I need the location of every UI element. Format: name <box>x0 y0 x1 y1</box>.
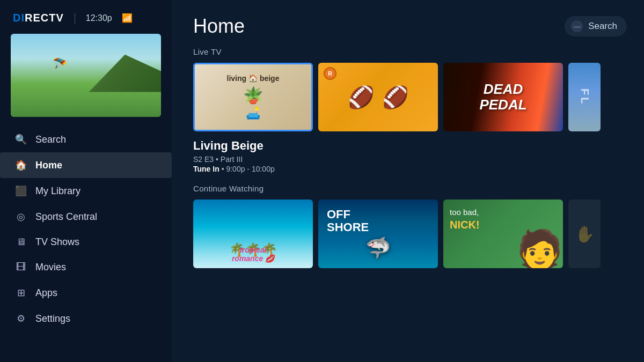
logo: DIRECTV <box>13 12 64 24</box>
live-tv-label: Live TV <box>193 47 627 56</box>
cw-card-too-bad-nick[interactable]: too bad, NICK! 🧑 <box>443 200 563 268</box>
settings-icon: ⚙ <box>15 313 27 324</box>
sidebar-item-tv-shows-label: TV Shows <box>35 237 79 248</box>
live-tv-card-dead-pedal[interactable]: DEAD PEDAL <box>443 63 563 131</box>
living-beige-title: living 🏠 beige <box>227 74 280 83</box>
show-info: Living Beige S2 E3 • Part III Tune In • … <box>193 139 627 173</box>
tv-icon: 🖥 <box>15 237 27 248</box>
sidebar-item-search-label: Search <box>35 134 66 145</box>
search-button-label: Search <box>588 21 617 32</box>
sidebar-item-my-library-label: My Library <box>35 186 80 197</box>
cw-card-off-shore[interactable]: OFF SHORE 🦈 <box>318 200 438 268</box>
sofa-icon: 🛋️ <box>246 107 260 121</box>
sports-icon: ◎ <box>15 211 27 223</box>
sidebar-item-tv-shows[interactable]: 🖥 TV Shows <box>0 230 172 255</box>
sidebar-item-home[interactable]: 🏠 Home <box>0 152 172 178</box>
wifi-icon: 📶 <box>122 13 133 23</box>
dead-pedal-title: DEAD PEDAL <box>479 82 526 112</box>
football-icon-2: 🏈 <box>382 85 409 110</box>
plant-icon: 🪴 <box>243 86 263 105</box>
tune-in-time-value: 9:00p - 10:00p <box>226 165 274 173</box>
current-time: 12:30p <box>86 13 112 23</box>
sidebar-header: DIRECTV 12:30p 📶 <box>0 0 172 34</box>
search-button[interactable]: — Search <box>565 16 627 36</box>
home-icon: 🏠 <box>15 159 27 171</box>
live-tv-card-partial[interactable]: FL <box>568 63 601 131</box>
sidebar-item-settings[interactable]: ⚙ Settings <box>0 306 172 331</box>
sidebar-item-search[interactable]: 🔍 Search <box>0 127 172 152</box>
sidebar: DIRECTV 12:30p 📶 🪂 🔍 Search 🏠 Home ⬛ My … <box>0 0 172 362</box>
search-button-icon: — <box>571 20 583 32</box>
continue-watching-label: Continue Watching <box>193 184 627 193</box>
continue-watching-cards: 🌴🌴🌴 tropical romance 💋 OFF SHORE 🦈 too b… <box>193 200 627 268</box>
skydiver-icon: 🪂 <box>53 57 67 71</box>
live-tv-cards: living 🏠 beige 🪴 🛋️ R 🏈 🏈 DEAD PEDAL <box>193 63 627 131</box>
sidebar-item-sports-central[interactable]: ◎ Sports Central <box>0 204 172 230</box>
rating-badge: R <box>324 67 336 80</box>
partial-card-text: FL <box>579 88 591 106</box>
sidebar-item-movies[interactable]: 🎞 Movies <box>0 255 172 280</box>
hand-icon: ✋ <box>575 225 595 243</box>
sidebar-item-apps-label: Apps <box>35 287 57 299</box>
sidebar-item-apps[interactable]: ⊞ Apps <box>0 280 172 306</box>
apps-icon: ⊞ <box>15 287 27 299</box>
show-tune-in: Tune In • 9:00p - 10:00p <box>193 165 627 173</box>
sidebar-nav: 🔍 Search 🏠 Home ⬛ My Library ◎ Sports Ce… <box>0 127 172 331</box>
search-icon: 🔍 <box>15 134 27 145</box>
cw-card-partial[interactable]: ✋ <box>568 200 601 268</box>
library-icon: ⬛ <box>15 185 27 197</box>
sidebar-item-settings-label: Settings <box>35 313 70 324</box>
show-title: Living Beige <box>193 139 627 153</box>
shark-icon: 🦈 <box>365 236 391 260</box>
person-icon: 🧑 <box>516 231 563 268</box>
main-content: Home — Search Live TV living 🏠 beige 🪴 🛋… <box>172 0 644 362</box>
top-bar: Home — Search <box>193 15 627 38</box>
sidebar-item-movies-label: Movies <box>35 262 66 273</box>
show-episode: S2 E3 • Part III <box>193 155 627 164</box>
sidebar-item-home-label: Home <box>35 160 62 171</box>
cw-card-tropical-romance[interactable]: 🌴🌴🌴 tropical romance 💋 <box>193 200 313 268</box>
page-title: Home <box>193 15 245 38</box>
football-icon-1: 🏈 <box>348 85 375 110</box>
live-tv-card-living-beige[interactable]: living 🏠 beige 🪴 🛋️ <box>193 63 313 131</box>
tropical-romance-title: tropical romance 💋 <box>193 246 313 263</box>
divider <box>75 13 75 24</box>
live-tv-card-football[interactable]: R 🏈 🏈 <box>318 63 438 131</box>
sidebar-item-my-library[interactable]: ⬛ My Library <box>0 178 172 204</box>
hero-thumbnail[interactable]: 🪂 <box>11 34 161 117</box>
off-shore-title: OFF SHORE <box>327 208 369 234</box>
movies-icon: 🎞 <box>15 262 27 273</box>
too-bad-nick-title: too bad, NICK! <box>450 207 480 232</box>
tune-in-label: Tune In <box>193 165 219 173</box>
sidebar-item-sports-central-label: Sports Central <box>35 211 97 223</box>
